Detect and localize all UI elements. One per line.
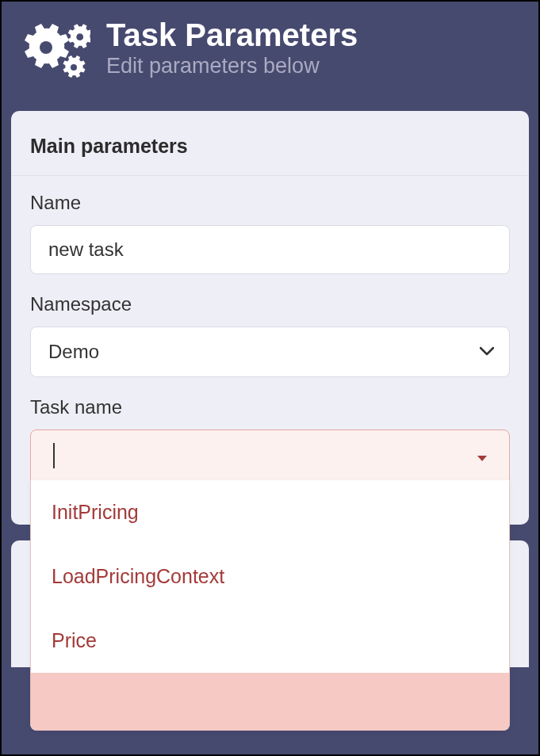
svg-point-0 bbox=[40, 41, 52, 54]
task-name-dropdown: InitPricing LoadPricingContext Price bbox=[30, 480, 510, 731]
task-name-combobox[interactable] bbox=[30, 430, 510, 482]
namespace-select[interactable]: Demo bbox=[30, 326, 510, 377]
name-field: Name bbox=[30, 192, 510, 274]
page-title: Task Parameters bbox=[106, 17, 358, 52]
namespace-field: Namespace Demo bbox=[30, 293, 510, 377]
text-cursor bbox=[53, 443, 55, 468]
svg-point-2 bbox=[71, 64, 77, 71]
namespace-label: Namespace bbox=[30, 293, 510, 315]
namespace-value: Demo bbox=[48, 341, 99, 363]
page-header: Task Parameters Edit parameters below bbox=[5, 5, 535, 94]
main-parameters-card: Main parameters Name Namespace Demo Task… bbox=[11, 111, 529, 525]
name-label: Name bbox=[30, 192, 510, 214]
page-subtitle: Edit parameters below bbox=[106, 54, 358, 78]
name-input[interactable] bbox=[30, 225, 510, 274]
card-heading: Main parameters bbox=[11, 111, 529, 176]
dropdown-option-initpricing[interactable]: InitPricing bbox=[31, 480, 509, 544]
task-name-field: Task name InitPricing LoadPricingContext… bbox=[30, 396, 510, 482]
dropdown-empty-space bbox=[31, 673, 509, 730]
dropdown-option-loadpricingcontext[interactable]: LoadPricingContext bbox=[31, 544, 509, 609]
gears-icon bbox=[19, 21, 90, 86]
task-name-label: Task name bbox=[30, 396, 510, 418]
dropdown-option-price[interactable]: Price bbox=[31, 609, 509, 673]
svg-point-1 bbox=[76, 33, 83, 40]
